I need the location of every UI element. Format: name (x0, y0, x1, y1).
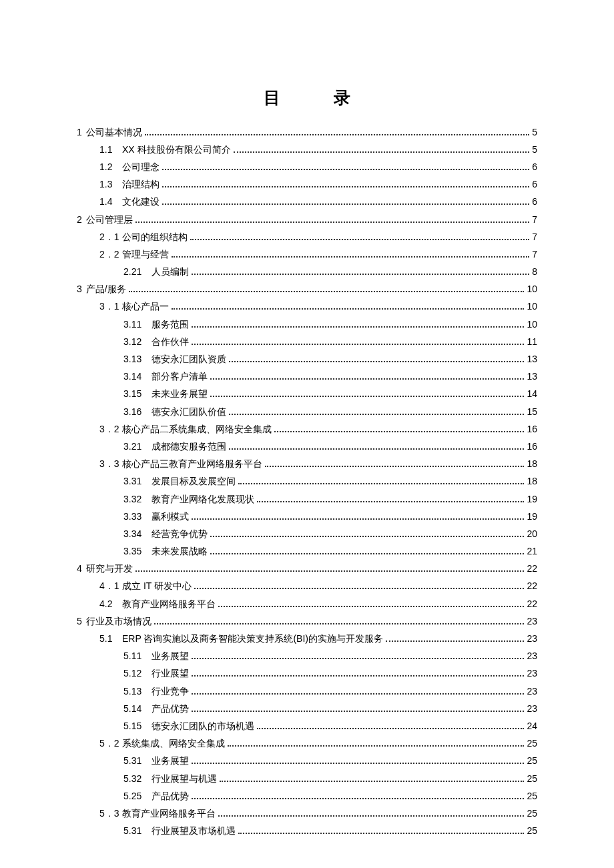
toc-entry-label: 3.13德安永汇团队资质 (123, 354, 226, 364)
toc-entry: 5.13行业竞争23 (77, 683, 537, 700)
toc-entry-number: 5.14 (123, 704, 150, 713)
toc-entry-page: 13 (527, 354, 537, 364)
toc-entry: 5.11业务展望23 (77, 648, 537, 665)
toc-entry-label: 5.31行业展望及市场机遇 (123, 826, 236, 835)
toc-entry-number: 3．3 (99, 459, 121, 468)
toc-leader-dots (162, 186, 529, 187)
toc-leader-dots (192, 711, 524, 712)
toc-entry-number: 2 (77, 214, 85, 225)
toc-leader-dots (135, 222, 530, 223)
toc-entry-number: 2.21 (123, 267, 150, 276)
toc-entry-text: 公司理念 (122, 161, 160, 172)
toc-entry: 5.25产品优势25 (77, 787, 537, 805)
toc-entry-page: 8 (532, 267, 537, 276)
toc-entry-label: 3.34经营竞争优势 (123, 529, 208, 538)
toc-entry-number: 5.12 (123, 669, 150, 678)
toc-entry-label: 3.14部分客户清单 (123, 372, 208, 381)
toc-entry-number: 4 (77, 563, 85, 574)
toc-entry: 3.15未来业务展望14 (77, 386, 537, 403)
toc-entry-label: 2．1公司的组织结构 (99, 232, 188, 242)
toc-entry-number: 5 (77, 616, 85, 626)
toc-entry-label: 3 产品/服务 (77, 284, 126, 294)
toc-leader-dots (154, 623, 525, 624)
toc-entry: 5.15德安永汇团队的市场机遇24 (77, 717, 537, 735)
toc-entry-text: 德安永汇团队价值 (151, 406, 226, 417)
toc-entry-text: 未来发展战略 (151, 546, 208, 556)
toc-entry-number: 3.21 (123, 442, 150, 451)
toc-entry-text: 产品优势 (151, 703, 189, 714)
toc-entry-page: 22 (527, 599, 537, 608)
toc-entry-page: 24 (527, 721, 537, 731)
toc-entry-number: 5.15 (123, 721, 150, 731)
toc-entry-number: 2．1 (99, 232, 121, 242)
toc-leader-dots (229, 414, 524, 415)
toc-entry: 3.35未来发展战略21 (77, 543, 537, 560)
toc-entry: 5．2系统集成、网络安全集成25 (77, 735, 537, 753)
toc-entry-page: 23 (527, 687, 537, 696)
toc-leader-dots (172, 256, 529, 258)
toc-entry-page: 13 (527, 372, 537, 381)
toc-leader-dots (210, 553, 524, 554)
toc-entry-text: 德安永汇团队资质 (151, 354, 226, 364)
toc-entry-page: 11 (527, 337, 537, 346)
toc-entry-number: 5.25 (123, 791, 150, 801)
toc-entry-page: 20 (527, 529, 537, 538)
toc-entry: 3.12合作伙伴11 (77, 333, 537, 350)
toc-entry-number: 3.12 (123, 337, 150, 346)
toc-entry-page: 23 (527, 704, 537, 713)
toc-entry-label: 3.15未来业务展望 (123, 389, 208, 398)
toc-entry-text: 人员编制 (151, 266, 189, 277)
toc-entry-number: 3．1 (99, 302, 121, 311)
toc-entry-number: 3.33 (123, 512, 150, 521)
toc-entry-label: 4．1成立 IT 研发中心 (99, 581, 192, 590)
toc-leader-dots (192, 763, 524, 764)
toc-entry-number: 1.3 (99, 179, 121, 189)
toc-entry-page: 7 (532, 215, 537, 224)
toc-entry: 5.32行业展望与机遇25 (77, 770, 537, 787)
toc-entry: 2．1公司的组织结构7 (77, 228, 537, 246)
toc-entry: 3.34经营竞争优势20 (77, 525, 537, 542)
toc-entry-label: 1.2公司理念 (99, 162, 160, 171)
toc-entry-label: 3.31发展目标及发展空间 (123, 476, 236, 486)
toc-entry-page: 23 (527, 616, 537, 626)
toc-entry-label: 1.1XX 科技股份有限公司简介 (99, 145, 231, 154)
toc-entry-text: 产品优势 (151, 791, 189, 801)
toc-entry-number: 3.34 (123, 529, 150, 538)
toc-leader-dots (192, 658, 524, 659)
toc-leader-dots (162, 203, 529, 205)
toc-entry: 1.4文化建设6 (77, 193, 537, 211)
toc-entry-label: 3.35未来发展战略 (123, 546, 208, 556)
toc-entry-text: XX 科技股份有限公司简介 (122, 144, 231, 155)
toc-entry: 3 产品/服务10 (77, 281, 537, 298)
toc-entry: 4 研究与开发22 (77, 560, 537, 578)
toc-entry-page: 23 (527, 651, 537, 661)
toc-entry-number: 3.32 (123, 494, 150, 504)
toc-leader-dots (135, 570, 525, 572)
toc-leader-dots (192, 518, 524, 520)
toc-entry-label: 5.25产品优势 (123, 791, 189, 801)
toc-entry-number: 1.4 (99, 197, 121, 206)
toc-entry-number: 2．2 (99, 250, 121, 259)
toc-entry-label: 1 公司基本情况 (77, 127, 142, 137)
toc-entry-page: 6 (532, 179, 537, 189)
toc-entry-text: 业务展望 (151, 755, 189, 766)
toc-entry-number: 5．3 (99, 809, 121, 818)
toc-entry-number: 5.1 (99, 634, 121, 643)
toc-entry: 3.13德安永汇团队资质13 (77, 350, 537, 368)
toc-entry-label: 3．2核心产品二系统集成、网络安全集成 (99, 424, 272, 434)
toc-entry-label: 5 行业及市场情况 (77, 616, 151, 626)
toc-entry-label: 5.31业务展望 (123, 756, 189, 765)
toc-leader-dots (257, 501, 524, 502)
toc-entry-page: 16 (527, 442, 537, 451)
toc-entry-number: 5.31 (123, 826, 150, 835)
toc-entry-page: 7 (532, 232, 537, 242)
toc-entry-page: 25 (527, 809, 537, 818)
toc-entry-label: 3．3核心产品三教育产业网络服务平台 (99, 459, 262, 468)
toc-entry-label: 1.4文化建设 (99, 197, 160, 206)
toc-entry-text: 未来业务展望 (151, 388, 208, 399)
toc-entry-number: 5．2 (99, 739, 121, 748)
toc-body: 1 公司基本情况51.1XX 科技股份有限公司简介51.2公司理念61.3治理结… (77, 123, 537, 840)
toc-leader-dots (192, 344, 524, 345)
toc-entry-number: 3.13 (123, 354, 150, 364)
toc-leader-dots (234, 151, 530, 153)
